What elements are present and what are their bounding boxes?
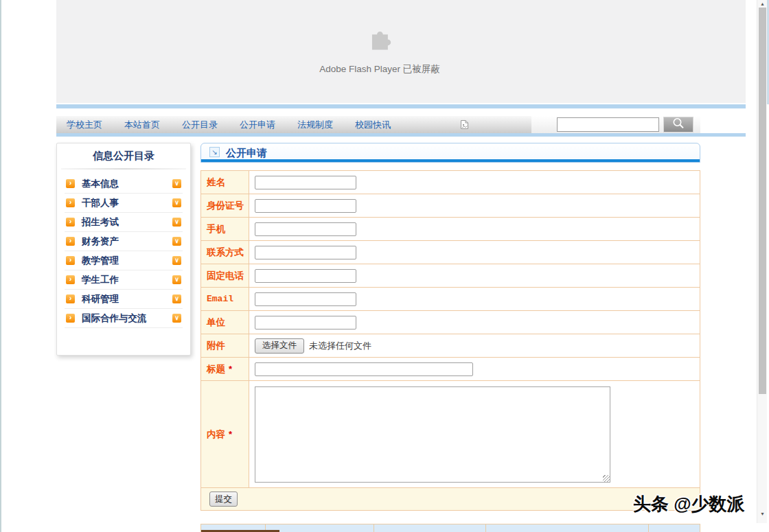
field-value-mobile <box>249 218 700 240</box>
form-row-mobile: 手机 <box>201 218 700 241</box>
sidebar: 信息公开目录 ›基本信息∨›干部人事∨›招生考试∨›财务资产∨›教学管理∨›学生… <box>56 143 191 356</box>
arrow-right-icon: › <box>66 237 75 246</box>
arrow-right-icon: › <box>66 218 75 227</box>
scrollbar-thumb[interactable] <box>759 8 766 394</box>
form-row-contact-method: 联系方式 <box>201 241 700 264</box>
content-textarea[interactable] <box>255 386 610 483</box>
chevron-down-icon: ∨ <box>172 179 181 188</box>
page: Adobe Flash Player 已被屏蔽 学校主页本站首页公开目录公开申请… <box>0 0 769 532</box>
contact-method-input[interactable] <box>255 246 356 259</box>
field-value-email <box>249 288 700 310</box>
field-label-attachment: 附件 <box>201 334 249 357</box>
puzzle-piece-icon <box>367 27 393 54</box>
mobile-input[interactable] <box>255 222 356 236</box>
chevron-down-icon: ∨ <box>172 237 181 246</box>
sidebar-item-教学管理[interactable]: ›教学管理∨ <box>65 251 183 270</box>
flash-blocked-banner[interactable]: Adobe Flash Player 已被屏蔽 <box>56 0 746 103</box>
email-input[interactable] <box>255 292 356 306</box>
sidebar-item-label: 财务资产 <box>82 235 172 248</box>
sidebar-item-label: 招生考试 <box>82 216 172 229</box>
form-row-attachment: 附件选择文件未选择任何文件 <box>201 334 700 358</box>
sidebar-item-label: 干部人事 <box>82 197 172 209</box>
field-value-name <box>249 171 700 194</box>
chevron-down-icon: ∨ <box>172 314 181 323</box>
broken-file-icon <box>460 119 469 132</box>
form-row-email: Email <box>201 288 700 311</box>
scroll-down-icon[interactable]: ▼ <box>757 511 768 516</box>
required-marker: * <box>229 364 232 374</box>
field-label-organization: 单位 <box>201 311 249 334</box>
form-row-content: 内容* <box>201 381 700 488</box>
flash-blocked-text: Adobe Flash Player 已被屏蔽 <box>319 63 440 76</box>
id-number-input[interactable] <box>255 199 356 213</box>
vertical-scrollbar[interactable]: ▲ ▼ <box>757 0 767 523</box>
form-row-organization: 单位 <box>201 311 700 334</box>
nav-link-学校主页[interactable]: 学校主页 <box>66 119 103 131</box>
arrow-right-icon: › <box>66 275 75 284</box>
section-header: ↘ 公开申请 <box>200 143 700 163</box>
section-marker-icon: ↘ <box>209 147 220 157</box>
bottom-table <box>200 524 700 532</box>
sidebar-item-国际合作与交流[interactable]: ›国际合作与交流∨ <box>65 309 183 328</box>
field-value-contact-method <box>249 241 700 264</box>
field-label-landline: 固定电话 <box>201 264 249 287</box>
sidebar-item-学生工作[interactable]: ›学生工作∨ <box>65 270 183 290</box>
page-title: 公开申请 <box>226 147 267 160</box>
sidebar-item-干部人事[interactable]: ›干部人事∨ <box>65 194 183 213</box>
title-input[interactable] <box>255 362 473 376</box>
field-label-contact-method: 联系方式 <box>201 241 249 264</box>
application-form: 姓名身份证号手机联系方式固定电话Email单位附件选择文件未选择任何文件标题*内… <box>200 170 700 511</box>
scroll-up-icon[interactable]: ▲ <box>757 1 768 6</box>
nav-link-本站首页[interactable]: 本站首页 <box>124 119 161 131</box>
nav-link-法规制度[interactable]: 法规制度 <box>297 119 334 131</box>
form-row-landline: 固定电话 <box>201 264 700 288</box>
field-label-email: Email <box>201 288 249 310</box>
arrow-right-icon: › <box>66 294 75 303</box>
organization-input[interactable] <box>255 316 356 329</box>
chevron-down-icon: ∨ <box>172 256 181 265</box>
name-input[interactable] <box>255 176 356 189</box>
bottom-table-cell <box>374 524 486 532</box>
required-marker: * <box>229 429 232 439</box>
sidebar-title: 信息公开目录 <box>57 143 190 163</box>
search-icon <box>672 117 685 133</box>
landline-input[interactable] <box>255 269 356 283</box>
sidebar-item-label: 学生工作 <box>82 274 172 286</box>
window-left-edge <box>0 0 1 532</box>
sidebar-item-招生考试[interactable]: ›招生考试∨ <box>65 213 183 232</box>
field-label-content: 内容* <box>201 381 249 487</box>
field-value-attachment: 选择文件未选择任何文件 <box>249 334 700 357</box>
nav-link-公开申请[interactable]: 公开申请 <box>239 119 276 131</box>
chevron-down-icon: ∨ <box>172 275 181 284</box>
sidebar-item-label: 基本信息 <box>82 178 172 190</box>
top-blue-divider <box>56 104 746 108</box>
sidebar-item-科研管理[interactable]: ›科研管理∨ <box>65 290 183 309</box>
nav-bottom-divider <box>56 133 746 137</box>
field-value-title <box>249 358 700 380</box>
bottom-table-cell <box>486 524 649 532</box>
nav-link-公开目录[interactable]: 公开目录 <box>181 119 218 131</box>
submit-button[interactable]: 提交 <box>209 491 238 507</box>
form-row-name: 姓名 <box>201 171 700 194</box>
sidebar-item-label: 教学管理 <box>82 255 172 267</box>
field-value-organization <box>249 311 700 334</box>
field-label-id-number: 身份证号 <box>201 194 249 217</box>
nav-link-校园快讯[interactable]: 校园快讯 <box>354 119 391 131</box>
field-value-content <box>249 381 700 487</box>
arrow-right-icon: › <box>66 256 75 265</box>
field-label-name: 姓名 <box>201 171 249 194</box>
search-input[interactable] <box>557 117 659 132</box>
sidebar-item-财务资产[interactable]: ›财务资产∨ <box>65 232 183 251</box>
bottom-table-cell <box>649 524 700 532</box>
sidebar-list: ›基本信息∨›干部人事∨›招生考试∨›财务资产∨›教学管理∨›学生工作∨›科研管… <box>57 170 190 328</box>
chevron-down-icon: ∨ <box>172 198 181 207</box>
watermark: 头条 @少数派 <box>633 492 745 516</box>
search-button[interactable] <box>663 117 693 132</box>
sidebar-item-label: 科研管理 <box>82 293 172 305</box>
choose-file-button[interactable]: 选择文件 <box>255 338 304 354</box>
submit-row: 提交 <box>201 488 700 510</box>
chevron-down-icon: ∨ <box>172 294 181 303</box>
chevron-down-icon: ∨ <box>172 218 181 227</box>
sidebar-item-基本信息[interactable]: ›基本信息∨ <box>65 174 183 194</box>
arrow-right-icon: › <box>66 314 75 323</box>
